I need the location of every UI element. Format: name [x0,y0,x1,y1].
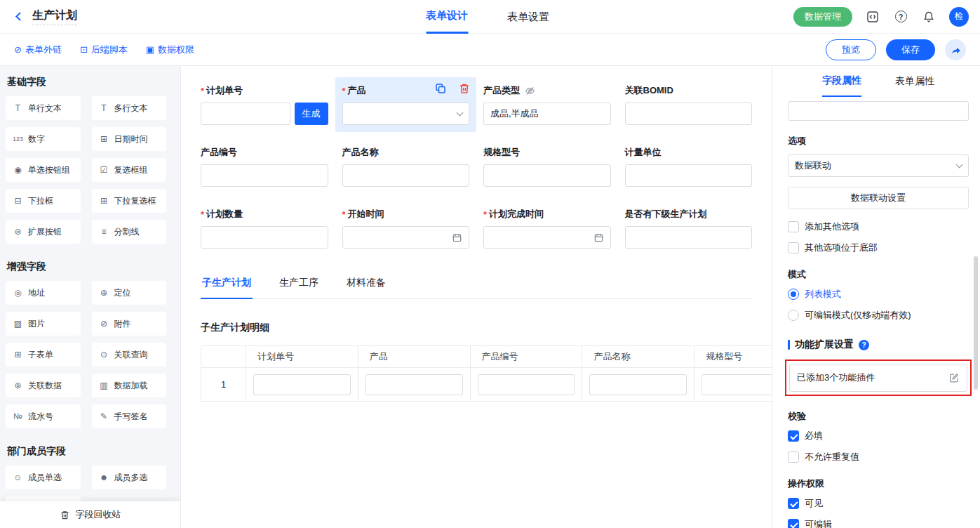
panel-scrollbar[interactable] [974,256,978,390]
data-permission-link[interactable]: ▣ 数据权限 [146,44,194,56]
spec-model-input[interactable] [483,164,611,187]
sidebar-item-location[interactable]: ⊕定位 [92,281,167,305]
no-duplicate-checkbox[interactable] [788,451,799,463]
tab-form-properties[interactable]: 表单属性 [895,66,934,97]
product-code-input[interactable] [201,164,328,187]
sidebar-item-number[interactable]: 123数字 [6,127,81,151]
sidebar-item-address[interactable]: ◎地址 [6,281,81,305]
sidebar-item-divider[interactable]: ≡分割线 [92,220,167,244]
sidebar-item-checkbox-group[interactable]: ☑复选框组 [92,158,167,182]
field-plan-quantity[interactable]: *计划数量 [201,208,328,249]
bom-id-input[interactable] [625,103,753,125]
section-title-member: 部门成员字段 [7,445,166,458]
plugin-summary-field[interactable]: 已添加3个功能插件 [789,364,967,392]
sidebar-item-image[interactable]: ▨图片 [6,312,81,336]
finish-time-input[interactable] [483,226,611,249]
list-mode-radio[interactable] [788,289,799,300]
start-time-input[interactable] [342,226,470,249]
sidebar-item-lookup[interactable]: ⊙关联查询 [92,343,167,367]
help-icon[interactable]: ? [859,340,869,350]
form-toolbar: ⊘ 表单外链 ⊡ 后端脚本 ▣ 数据权限 预览 保存 [0,34,980,66]
field-start-time[interactable]: *开始时间 [342,208,470,249]
cell-input-spec[interactable] [702,374,772,395]
generate-button[interactable]: 生成 [295,103,328,125]
field-recycle-bin[interactable]: 字段回收站 [0,501,180,528]
sidebar-item-data-load[interactable]: ▥数据加载 [92,374,167,397]
editable-checkbox[interactable] [788,519,799,528]
tab-form-settings[interactable]: 表单设置 [507,0,549,34]
avatar[interactable]: 检 [949,7,969,27]
tab-field-properties[interactable]: 字段属性 [822,66,861,97]
plan-number-input[interactable] [201,103,290,125]
cell-input-plan-number[interactable] [253,374,351,395]
field-unit[interactable]: 计量单位 [625,146,753,187]
tab-sub-production-plan[interactable]: 子生产计划 [201,277,253,299]
required-checkbox[interactable] [788,430,799,442]
copy-icon[interactable] [434,82,447,95]
sidebar-item-member-multi[interactable]: ☻成员多选 [92,466,167,489]
sidebar-item-subform[interactable]: ⊞子表单 [6,343,81,367]
product-select[interactable] [342,103,470,125]
sidebar-item-single-text[interactable]: T单行文本 [6,96,81,120]
tab-production-process[interactable]: 生产工序 [278,277,320,298]
sidebar-item-extend-button[interactable]: ⊜扩展按钮 [6,220,81,244]
product-name-input[interactable] [342,164,470,187]
sidebar-item-serial-number[interactable]: №流水号 [6,404,81,428]
script-lang-icon[interactable] [865,9,880,25]
sidebar-item-linked-data[interactable]: ⊚关联数据 [6,374,81,397]
editable-mode-radio[interactable] [788,310,799,321]
save-button[interactable]: 保存 [886,39,935,60]
sidebar-item-signature[interactable]: ✎手写签名 [92,404,167,428]
panel-partial-input[interactable] [788,101,969,121]
product-type-input[interactable]: 成品,半成品 [483,103,611,125]
tab-material-prep[interactable]: 材料准备 [345,277,387,298]
field-plan-number[interactable]: *计划单号 生成 [201,84,328,125]
field-product-selected[interactable]: *产品 [335,77,477,132]
unit-input[interactable] [625,164,753,187]
subform-tabs: 子生产计划 生产工序 材料准备 [201,277,752,299]
option-select[interactable]: 数据联动 [788,154,969,177]
data-linkage-settings-button[interactable]: 数据联动设置 [788,187,969,209]
sidebar-item-multi-text[interactable]: T多行文本 [92,96,167,120]
other-option-bottom-checkbox[interactable] [788,242,799,253]
sidebar-item-dropdown[interactable]: ⊟下拉框 [6,189,81,213]
back-button[interactable] [11,8,28,25]
backend-script-link[interactable]: ⊡ 后端脚本 [80,44,128,56]
edit-icon[interactable] [948,372,960,383]
visible-checkbox[interactable] [788,498,799,509]
field-product-code[interactable]: 产品编号 [201,146,328,187]
data-manage-button[interactable]: 数据管理 [793,7,852,27]
delete-icon[interactable] [458,82,471,95]
share-icon [950,44,961,55]
sidebar-item-dropdown-multi[interactable]: ⊞下拉复选框 [92,189,167,213]
add-other-option-checkbox[interactable] [788,221,799,232]
plan-quantity-input[interactable] [201,226,328,249]
cell-input-product[interactable] [365,374,463,395]
form-external-link[interactable]: ⊘ 表单外链 [14,44,62,56]
field-has-sub-plan[interactable]: 是否有下级生产计划 [625,208,753,249]
app: 生产计划 表单设计 表单设置 数据管理 ? 检 ⊘ 表单外链 ⊡ 后端脚本 ▣ [0,0,980,528]
field-plan-finish-time[interactable]: *计划完成时间 [483,208,611,249]
tab-form-design[interactable]: 表单设计 [426,0,468,34]
sidebar-item-radio-group[interactable]: ◉单选按钮组 [6,158,81,182]
subtable: 计划单号 产品 产品编号 产品名称 规格型号 1 [201,345,772,402]
field-bom-id[interactable]: 关联BOMID [625,84,753,125]
member-multi-icon: ☻ [99,473,109,482]
extend-button-icon: ⊜ [13,227,23,237]
radio-group-icon: ◉ [13,165,23,175]
field-product-name[interactable]: 产品名称 [342,146,470,187]
has-sub-plan-input[interactable] [625,226,753,249]
sidebar-item-datetime[interactable]: ⊞日期时间 [92,127,167,151]
preview-button[interactable]: 预览 [826,39,876,60]
sidebar-item-member-single[interactable]: ☺成员单选 [6,466,81,489]
dropdown-multi-icon: ⊞ [99,196,109,206]
column-header: 规格型号 [694,346,772,368]
field-product-type[interactable]: 产品类型 成品,半成品 [483,84,611,125]
sidebar-item-attachment[interactable]: ⊘附件 [92,312,167,336]
cell-input-product-name[interactable] [589,374,687,395]
bell-icon[interactable] [921,9,937,25]
cell-input-product-code[interactable] [478,374,575,395]
field-spec-model[interactable]: 规格型号 [483,146,611,187]
help-icon[interactable]: ? [893,9,908,25]
share-button[interactable] [945,39,966,60]
